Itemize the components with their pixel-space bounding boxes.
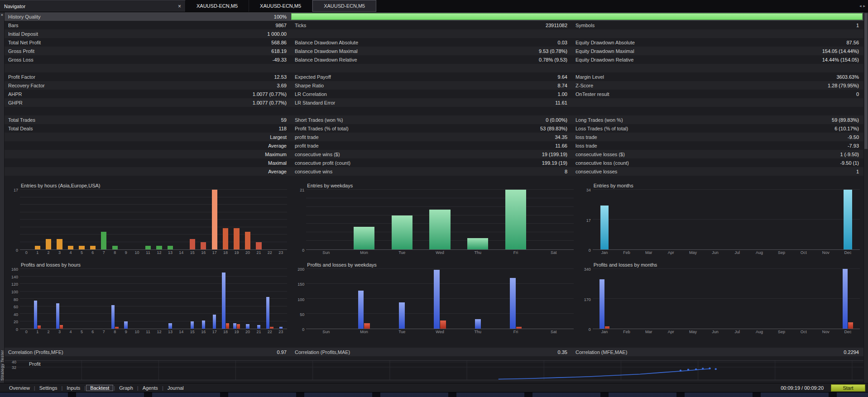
profit-graph-title: Profit	[29, 361, 41, 367]
stat-label: Profit Factor	[5, 74, 140, 80]
stat-value: -7.93	[721, 143, 863, 148]
tab-separator: |	[34, 385, 35, 391]
stat-value: 53 (89.83%)	[441, 126, 572, 131]
bar	[79, 246, 84, 249]
stats-row: Averageprofit trade11.66loss trade-7.93	[5, 141, 863, 150]
stat-label: Bars	[5, 23, 140, 28]
stats-row	[5, 107, 863, 115]
bar	[46, 239, 51, 249]
bar	[190, 239, 195, 249]
stat-label: consecutive wins	[291, 169, 441, 174]
bar	[101, 232, 106, 249]
bar	[279, 327, 283, 329]
stat-value: 11.61	[441, 100, 572, 105]
stats-row: GHPR1.0077 (0.77%)LR Standard Error11.61	[5, 98, 863, 107]
stat-value: 19 (199.19)	[441, 152, 572, 157]
bar	[34, 301, 37, 329]
stat-label: LR Correlation	[291, 91, 441, 97]
chart-yaxis: 3401700	[578, 269, 593, 329]
chart-yaxis: 200150100500	[292, 269, 306, 329]
bar	[213, 315, 216, 329]
stats-table: History Quality100%Bars9867Ticks23911082…	[5, 12, 863, 176]
tester-tab-graph[interactable]: Graph	[115, 385, 137, 391]
stat-value: 9.64	[441, 74, 572, 80]
tester-tab-overview[interactable]: Overview	[5, 385, 34, 391]
tab-scroll-left-icon[interactable]: ◂	[859, 4, 862, 8]
strategy-tester-sidebar: × Strategy Tester	[0, 12, 5, 383]
navigator-panel-header[interactable]: Navigator ×	[0, 0, 186, 12]
bar	[60, 325, 63, 329]
chart-plot	[306, 269, 573, 329]
stat-label: consecutive loss (count)	[572, 160, 721, 166]
correlation-label: Correlation (Profits,MFE)	[5, 349, 140, 355]
correlation-cells: Correlation (Profits,MFE)0.97Correlation…	[5, 348, 863, 356]
stat-label: Equity Drawdown Maximal	[572, 48, 721, 54]
bar	[505, 190, 526, 249]
tester-tab-settings[interactable]: Settings	[36, 385, 61, 391]
stat-label: Gross Profit	[5, 48, 140, 54]
stat-value: 1 (-9.50)	[721, 152, 863, 157]
stat-label: Profit Trades (% of total)	[291, 126, 441, 131]
chart-tab-2[interactable]: XAUUSD-ECN,M5	[249, 0, 312, 12]
chart-tab-3[interactable]: XAUUSD-ECN,M5	[312, 0, 376, 12]
correlation-value: 0.2294	[721, 349, 863, 355]
bar	[600, 206, 609, 249]
stat-label: Ticks	[291, 23, 441, 28]
stats-row	[5, 64, 863, 72]
tester-tab-inputs[interactable]: Inputs	[63, 385, 84, 391]
chart-tab-1[interactable]: XAUUSD-ECN,M5	[186, 0, 249, 12]
navigator-close-icon[interactable]: ×	[178, 4, 181, 9]
mt5-window: Navigator × XAUUSD-ECN,M5XAUUSD-ECN,M5XA…	[0, 0, 868, 397]
chart-yaxis: 170	[5, 190, 20, 250]
stat-value: 1	[721, 23, 863, 28]
stat-label: GHPR	[5, 100, 140, 105]
scrollbar-thumb[interactable]	[864, 13, 868, 149]
correlation-label: Correlation (Profits,MAE)	[291, 349, 441, 355]
stat-value: 8	[441, 169, 572, 174]
stats-row: History Quality100%	[5, 12, 863, 21]
stat-label: Symbols	[572, 23, 721, 28]
stats-row: Averageconsecutive wins8consecutive loss…	[5, 167, 863, 176]
stat-label: Initial Deposit	[5, 31, 140, 37]
correlation-row: Correlation (Profits,MFE)0.97Correlation…	[5, 348, 863, 356]
vertical-scrollbar[interactable]	[863, 12, 868, 383]
stat-value: 1	[721, 169, 863, 174]
stat-value: -49.33	[140, 57, 291, 62]
bar	[56, 303, 59, 329]
strategy-tester-panel: × Strategy Tester History Quality100%Bar…	[0, 12, 868, 383]
tab-separator: |	[61, 385, 62, 391]
chart-plot	[593, 190, 860, 250]
bar	[201, 242, 206, 249]
panel-close-icon[interactable]: ×	[0, 12, 4, 18]
bar	[234, 228, 239, 249]
tab-scroll-arrows: ◂ ▸	[859, 0, 868, 12]
chart-title: Profits and losses by weekdays	[307, 262, 573, 269]
stats-row: Recovery Factor3.69Sharpe Ratio8.74Z-Sco…	[5, 81, 863, 90]
tab-scroll-right-icon[interactable]: ▸	[863, 4, 865, 8]
bar	[226, 323, 229, 329]
chart-entries-by-months: Entries by months34170JanFebMarAprMayJun…	[577, 180, 863, 259]
tester-tab-journal[interactable]: Journal	[164, 385, 187, 391]
bar	[605, 326, 610, 329]
stat-label: Gross Loss	[5, 57, 140, 62]
correlation-value: 0.97	[140, 349, 291, 355]
stat-label: Recovery Factor	[5, 83, 140, 88]
stat-value: 0 (0.00%)	[441, 117, 572, 123]
chart-pl-by-weekdays: Profits and losses by weekdays2001501005…	[291, 259, 577, 339]
start-button[interactable]: Start	[831, 384, 865, 392]
bar	[848, 322, 853, 329]
chart-xlabels: SunMonTueWedThuFriSat	[306, 329, 573, 335]
stats-row: Maximumconsecutive wins ($)19 (199.19)co…	[5, 150, 863, 158]
profit-graph[interactable]: Profit 4032	[5, 360, 863, 380]
tester-tab-agents[interactable]: Agents	[139, 385, 162, 391]
backtest-report: History Quality100%Bars9867Ticks23911082…	[5, 12, 863, 383]
correlation-value: 0.35	[441, 349, 572, 355]
bar	[124, 321, 127, 329]
stats-row: Profit Factor12.53Expected Payoff9.64Mar…	[5, 72, 863, 81]
chart-entries-by-hours: Entries by hours (Asia,Europe,USA)170012…	[5, 180, 291, 259]
stat-label: consecutive wins ($)	[291, 152, 441, 157]
chart-title: Entries by weekdays	[307, 183, 573, 190]
tester-tab-backtest[interactable]: Backtest	[86, 385, 113, 391]
chart-pl-by-hours: Profits and losses by hours1601401201008…	[5, 259, 291, 339]
bar	[245, 232, 250, 249]
